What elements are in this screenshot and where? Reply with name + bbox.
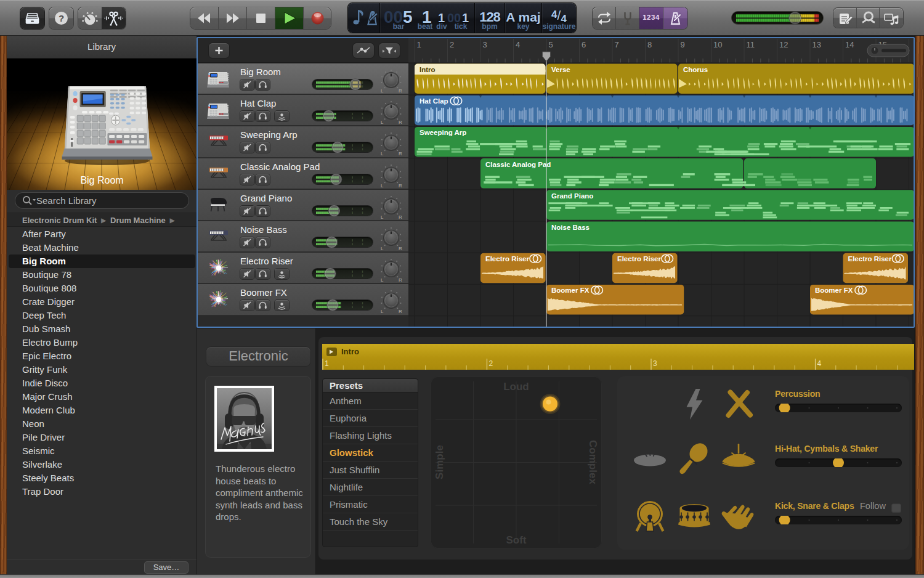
svg-text:Complex: Complex — [587, 440, 599, 484]
svg-text:Intro: Intro — [341, 347, 359, 356]
svg-text:R: R — [399, 88, 402, 94]
svg-text:R: R — [399, 183, 402, 189]
svg-text:R: R — [399, 309, 402, 314]
svg-text:1: 1 — [325, 359, 329, 368]
svg-text:R: R — [399, 246, 402, 251]
svg-text:R: R — [399, 151, 402, 157]
svg-text:Electro Riser: Electro Riser — [617, 255, 661, 263]
svg-text:3: 3 — [483, 40, 487, 49]
svg-text:?: ? — [59, 13, 64, 23]
svg-text:Noise Bass: Noise Bass — [551, 224, 590, 231]
svg-text:L: L — [381, 246, 384, 251]
svg-text:Intro: Intro — [419, 66, 436, 73]
svg-text:L: L — [381, 183, 384, 189]
svg-text:Boomer FX: Boomer FX — [815, 287, 853, 294]
svg-text:Electro Riser: Electro Riser — [485, 255, 529, 263]
svg-text:2: 2 — [489, 359, 493, 368]
svg-text:12: 12 — [779, 40, 788, 49]
svg-text:Loud: Loud — [503, 381, 529, 393]
svg-text:L: L — [381, 214, 384, 220]
svg-text:L: L — [381, 120, 384, 125]
svg-text:5: 5 — [549, 40, 553, 49]
svg-text:L: L — [381, 88, 384, 94]
svg-text:6: 6 — [582, 40, 586, 49]
svg-text:Hat Clap: Hat Clap — [419, 97, 448, 105]
svg-text:Electro Riser: Electro Riser — [848, 255, 892, 263]
svg-text:1: 1 — [417, 40, 421, 49]
svg-text:Simple: Simple — [434, 445, 445, 479]
svg-text:Soft: Soft — [506, 534, 526, 546]
svg-text:L: L — [381, 309, 384, 314]
svg-text:R: R — [399, 214, 402, 220]
svg-text:Sweeping Arp: Sweeping Arp — [419, 129, 466, 136]
svg-text:3: 3 — [653, 359, 657, 368]
svg-text:4: 4 — [817, 359, 822, 368]
svg-text:R: R — [399, 120, 402, 125]
svg-text:Classic Analog Pad: Classic Analog Pad — [485, 161, 551, 168]
svg-text:13: 13 — [813, 40, 821, 49]
svg-text:Boomer FX: Boomer FX — [551, 287, 590, 294]
svg-text:Chorus: Chorus — [683, 66, 708, 73]
svg-text:2: 2 — [450, 40, 454, 49]
svg-text:11: 11 — [747, 40, 755, 49]
svg-text:Verse: Verse — [551, 66, 570, 73]
svg-text:L: L — [381, 277, 384, 283]
svg-text:14: 14 — [845, 40, 854, 49]
svg-text:Grand Piano: Grand Piano — [551, 192, 593, 200]
svg-text:8: 8 — [647, 40, 652, 49]
svg-text:L: L — [381, 151, 384, 157]
svg-text:7: 7 — [615, 40, 619, 49]
svg-text:10: 10 — [713, 40, 722, 49]
svg-text:4: 4 — [516, 40, 520, 49]
svg-text:9: 9 — [681, 40, 685, 49]
svg-text:R: R — [399, 277, 402, 283]
